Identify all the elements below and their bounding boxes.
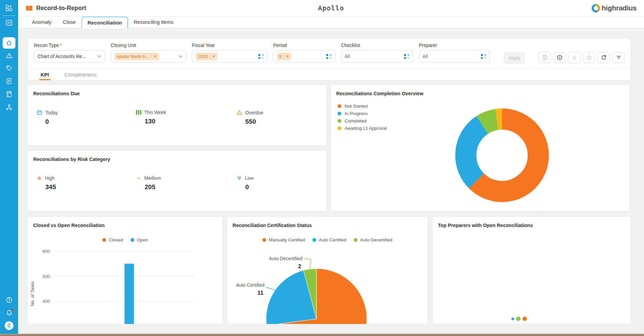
recon-type-value: Chart of Accounts Re... <box>38 54 86 59</box>
company-logo: highradius <box>592 4 637 12</box>
legend-item-not-started[interactable]: Not Started <box>338 102 387 110</box>
svg-text:?: ? <box>8 298 10 302</box>
chip-remove-icon[interactable]: ✕ <box>284 54 289 59</box>
legend-dot <box>338 119 341 123</box>
refresh-button[interactable] <box>598 52 610 63</box>
sidebar-item-hierarchy[interactable] <box>0 103 18 111</box>
filter-row: Recon Type* Chart of Accounts Re... Clos… <box>28 38 631 69</box>
legend-item-closed[interactable]: Closed <box>102 237 123 242</box>
chip-text: Apollo North A... <box>116 54 149 59</box>
recon-type-label: Recon Type <box>34 43 59 48</box>
tab-completeness[interactable]: Completeness <box>63 69 98 80</box>
certification-pie-chart[interactable]: Auto Certified11Auto Decertified2 <box>227 240 428 324</box>
svg-text:11: 11 <box>257 290 263 296</box>
checklist-select[interactable]: All <box>341 50 413 62</box>
app-switcher-icon[interactable] <box>0 4 18 12</box>
view-tabs: KPI Completeness <box>28 68 631 80</box>
tab-close[interactable]: Close <box>57 16 81 28</box>
sidebar-item-notifications[interactable] <box>0 309 18 318</box>
multiselect-dots-icon[interactable] <box>326 54 332 59</box>
kpi-value: 550 <box>245 118 263 125</box>
loading-indicator <box>511 317 527 321</box>
filter-chip[interactable]: 9✕ <box>277 53 291 60</box>
app-root: ? C Record-to-Report Apollo hi <box>0 0 644 336</box>
filter-chip[interactable]: Apollo North A...✕ <box>114 53 159 60</box>
save-view-button[interactable] <box>539 52 551 63</box>
sidebar-item-tags[interactable] <box>0 64 18 72</box>
filter-button[interactable] <box>612 52 625 63</box>
multiselect-dots-icon[interactable] <box>404 54 409 59</box>
closed-open-bar-chart[interactable]: 600500400300No. of Tasks <box>28 247 223 324</box>
kpi-low: Low 0 <box>237 175 254 191</box>
question-circle-icon: ? <box>557 55 562 60</box>
legend-item-completed[interactable]: Completed <box>338 117 387 124</box>
period-select[interactable]: 9✕ <box>273 50 335 62</box>
legend-item-in-progress[interactable]: In Progress <box>338 110 387 117</box>
sidebar-item-tasks[interactable] <box>0 77 18 85</box>
multiselect-dots-icon[interactable] <box>481 54 486 59</box>
kpi-value: 0 <box>245 183 254 191</box>
favorite-button[interactable] <box>583 52 595 63</box>
svg-text:500: 500 <box>42 274 50 279</box>
closing-unit-select[interactable]: Apollo North A...✕ <box>111 50 186 62</box>
legend-item-awaiting-l1[interactable]: Awaiting L1 Approval <box>338 124 387 132</box>
card-title: Reconciliations by Risk Category <box>28 151 326 162</box>
sidebar-item-profile[interactable]: C <box>0 321 18 330</box>
apps-grid-icon <box>5 4 13 12</box>
save-icon <box>542 55 548 60</box>
filter-closing-unit: Closing Unit Apollo North A...✕ <box>111 43 186 62</box>
card-title: Top Preparers with Open Reconciliations <box>433 217 631 228</box>
svg-text:?: ? <box>558 56 560 59</box>
tab-anomaly[interactable]: Anomaly <box>26 16 57 28</box>
kpi-label: Low <box>245 175 254 181</box>
sidebar-item-anomaly[interactable] <box>0 51 18 59</box>
card-title: Reconciliations Due <box>28 85 326 96</box>
kpi-this-week: This Week 130 <box>136 110 166 125</box>
legend-dot <box>131 238 134 242</box>
checklist-value: All <box>345 54 350 59</box>
refresh-icon <box>601 55 607 60</box>
dashboard-content: Recon Type* Chart of Accounts Re... Clos… <box>18 29 644 336</box>
help-button[interactable]: ? <box>553 52 565 63</box>
preparer-select[interactable]: All <box>419 50 490 62</box>
multiselect-dots-icon[interactable] <box>258 54 264 59</box>
chevron-down-icon <box>179 55 183 58</box>
sidebar-item-help[interactable]: ? <box>0 296 18 304</box>
recon-type-select[interactable]: Chart of Accounts Re... <box>34 50 105 62</box>
completion-donut-chart[interactable] <box>452 105 552 206</box>
sidebar-item-home[interactable] <box>0 37 18 49</box>
tab-kpi[interactable]: KPI <box>39 69 50 80</box>
fiscal-year-select[interactable]: 2025✕ <box>192 50 267 62</box>
filter-panel: Recon Type* Chart of Accounts Re... Clos… <box>28 38 631 80</box>
kpi-value: 130 <box>145 118 166 125</box>
tab-reconciliation[interactable]: Reconciliation <box>82 17 128 29</box>
filter-recon-type: Recon Type* Chart of Accounts Re... <box>34 43 105 62</box>
fiscal-year-label: Fiscal Year <box>192 43 267 48</box>
tag-icon <box>6 65 12 71</box>
chevrons-up-icon <box>37 175 42 181</box>
bar-chart-legend: Closed Open <box>28 237 222 242</box>
chip-text: 2025 <box>198 54 208 59</box>
filter-chip[interactable]: 2025✕ <box>196 53 217 60</box>
tab-reconciling-items[interactable]: Reconciling Items <box>128 16 179 28</box>
kpi-label: Medium <box>144 175 161 181</box>
chip-remove-icon[interactable]: ✕ <box>151 54 157 59</box>
open-book-icon <box>26 5 33 11</box>
sidebar-item-console[interactable] <box>0 19 18 27</box>
kpi-value: 345 <box>45 183 56 191</box>
card-title: Closed vs Open Reconciliation <box>28 217 222 228</box>
product-brand: Record-to-Report <box>26 5 86 12</box>
legend-item-open[interactable]: Open <box>131 237 148 242</box>
kpi-high: High 345 <box>37 175 56 191</box>
top-bar: Record-to-Report Apollo highradius <box>18 0 644 16</box>
apply-button[interactable]: Apply <box>504 52 525 64</box>
kpi-label: Today <box>45 110 58 115</box>
sidebar-item-ledger[interactable] <box>0 90 18 98</box>
checklist-label: Checklist <box>341 43 413 48</box>
card-title: Reconciliation Certification Status <box>227 217 428 228</box>
chevrons-down-icon <box>237 175 242 181</box>
preparer-label: Preparer <box>419 43 490 48</box>
chip-remove-icon[interactable]: ✕ <box>210 54 215 59</box>
svg-text:400: 400 <box>42 299 50 304</box>
download-button[interactable] <box>568 52 580 63</box>
